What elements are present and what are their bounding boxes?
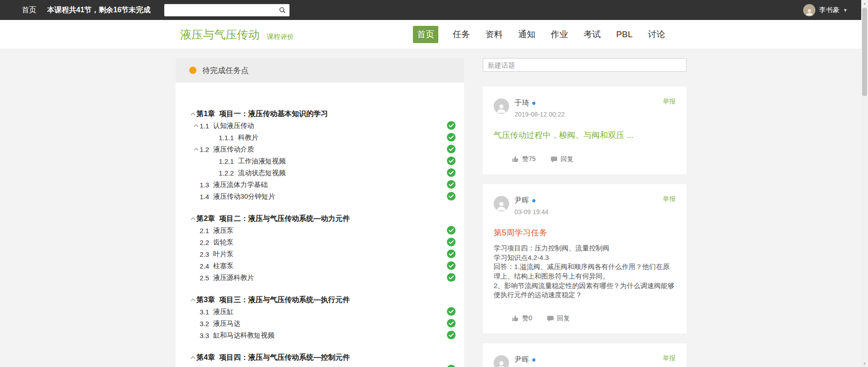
search-box xyxy=(164,4,289,16)
indent-spacer xyxy=(176,173,211,173)
tree-row[interactable] xyxy=(176,363,464,367)
scrollbar-up-arrow[interactable]: ▲ xyxy=(861,0,868,7)
nav-tab[interactable]: 作业 xyxy=(550,26,569,43)
topic-title[interactable]: 气压传动过程中，梭阀、与阀和双压 ... xyxy=(494,130,676,141)
topic-author-name: 于琦 xyxy=(515,98,529,108)
tree-row-label: 液压传动30分钟短片 xyxy=(213,192,275,201)
topbar-home-link[interactable]: 首页 xyxy=(22,5,36,15)
tasks-panel: 待完成任务点 第1章 项目一：液压传动基本知识的学习 1.1 认知液压传动 xyxy=(176,58,464,367)
nav-tab[interactable]: 通知 xyxy=(517,26,536,43)
tree-row[interactable]: 第2章 项目二：液压与气压传动系统—动力元件 xyxy=(176,213,464,225)
tree-row-num: 1.4 xyxy=(200,193,209,201)
topic-header: 于琦 2019-08-12 00:22 xyxy=(494,98,676,118)
tree-row[interactable]: 1.3 液压流体力学基础 xyxy=(176,179,464,191)
topbar: 首页 本课程共41节，剩余16节未完成 李书豪 ▼ xyxy=(0,0,861,20)
nav-tab[interactable]: 资料 xyxy=(485,26,504,43)
task-check-icon xyxy=(447,238,456,246)
course-progress-text: 本课程共41节，剩余16节未完成 xyxy=(47,5,151,15)
like-count: 赞75 xyxy=(522,155,536,163)
topic-date: 03-09 19:44 xyxy=(515,208,549,215)
topic-body-line: 回答：1.溢流阀、减压阀和顺序阀各有什么作用？他们在原理上、结构上和图形符号上有… xyxy=(494,262,676,281)
tree-row[interactable]: 2.4 柱塞泵 xyxy=(176,260,464,272)
topic-author-name: 尹晖 xyxy=(515,196,529,206)
indent-spacer xyxy=(176,149,192,150)
indent-spacer xyxy=(176,114,189,114)
task-check-icon xyxy=(447,180,456,189)
online-dot-icon xyxy=(532,199,535,202)
reply-button[interactable]: 回复 xyxy=(550,155,574,163)
topic-footer: 赞75 回复 xyxy=(494,155,676,163)
topic-report-link[interactable]: 举报 xyxy=(663,98,676,106)
topic-author-name: 尹晖 xyxy=(515,355,529,365)
search-input[interactable] xyxy=(164,4,276,16)
like-button[interactable]: 赞75 xyxy=(512,155,536,163)
nav-tab[interactable]: PBL xyxy=(615,27,633,42)
topic-body: 学习项目四：压力控制阀、流量控制阀学习知识点4.2-4.3回答：1.溢流阀、减压… xyxy=(494,244,676,300)
topic-footer: 赞0 回复 xyxy=(494,314,676,323)
tree-row[interactable]: 1.2 液压传动介质 xyxy=(176,143,464,155)
chevron-up-icon[interactable] xyxy=(189,113,196,116)
tree-row-num: 1.1.1 xyxy=(219,134,234,142)
topic-header: 尹晖 03-09 19:44 xyxy=(494,196,676,215)
indent-spacer xyxy=(176,196,192,197)
tree-row[interactable]: 1.1 认知液压传动 xyxy=(176,120,464,132)
thumbs-up-icon xyxy=(512,156,519,163)
course-eval-link[interactable]: 课程评价 xyxy=(267,33,294,41)
indent-spacer xyxy=(176,300,189,300)
scrollbar[interactable]: ▲ ▼ xyxy=(861,0,868,367)
topic-header: 尹晖 03-02 20:13 xyxy=(494,355,676,367)
reply-button[interactable]: 回复 xyxy=(547,314,570,323)
tree-row-num: 1.3 xyxy=(200,181,209,189)
task-check-icon xyxy=(447,319,456,328)
indent-spacer xyxy=(176,219,189,219)
chevron-up-icon[interactable] xyxy=(192,148,200,151)
scrollbar-down-arrow[interactable]: ▼ xyxy=(861,360,868,367)
topic-body-line: 学习项目四：压力控制阀、流量控制阀 xyxy=(494,244,676,253)
chevron-up-icon[interactable] xyxy=(189,298,196,302)
user-menu[interactable]: 李书豪 ▼ xyxy=(803,4,848,16)
new-topic-input[interactable] xyxy=(483,58,687,72)
chevron-up-icon[interactable] xyxy=(189,217,196,220)
tree-row-label: 项目一：液压传动基本知识的学习 xyxy=(219,109,328,119)
tree-row-num: 1.1 xyxy=(200,122,209,130)
tree-row[interactable]: 2.3 叶片泵 xyxy=(176,248,464,260)
topic-card: 尹晖 03-02 20:13 举报 xyxy=(483,343,687,367)
topic-report-link[interactable]: 举报 xyxy=(663,354,676,362)
scrollbar-thumb[interactable] xyxy=(862,8,867,96)
tree-row[interactable]: 3.1 液压缸 xyxy=(176,306,464,318)
indent-spacer xyxy=(176,335,192,336)
search-icon[interactable] xyxy=(276,4,289,16)
tree-row[interactable]: 1.1.1 科教片 xyxy=(176,132,464,143)
tree-row[interactable]: 1.2.2 流动状态短视频 xyxy=(176,167,464,179)
nav-tab[interactable]: 讨论 xyxy=(647,26,666,43)
like-button[interactable]: 赞0 xyxy=(512,314,532,323)
comment-icon xyxy=(547,315,554,322)
tree-row[interactable]: 第3章 项目三：液压与气压传动系统—执行元件 xyxy=(176,294,464,306)
indent-spacer xyxy=(176,266,192,266)
tree-row-num: 2.5 xyxy=(200,274,209,282)
comment-icon xyxy=(550,156,558,163)
tree-row[interactable]: 2.2 齿轮泵 xyxy=(176,236,464,248)
chevron-up-icon[interactable] xyxy=(189,356,196,359)
chevron-up-icon[interactable] xyxy=(192,124,200,127)
topic-report-link[interactable]: 举报 xyxy=(663,195,676,203)
tree-row[interactable]: 3.3 缸和马达科教短视频 xyxy=(176,329,464,341)
tree-row[interactable]: 2.5 液压源科教片 xyxy=(176,272,464,284)
tree-row[interactable]: 1.2.1 工作油液短视频 xyxy=(176,155,464,167)
nav-tab[interactable]: 任务 xyxy=(452,26,471,43)
nav-tab[interactable]: 考试 xyxy=(583,26,602,43)
topic-meta: 于琦 2019-08-12 00:22 xyxy=(515,98,565,118)
tree-row[interactable]: 第4章 项目四：液压与气压传动系统—控制元件 xyxy=(176,352,464,363)
content-area: 待完成任务点 第1章 项目一：液压传动基本知识的学习 1.1 认知液压传动 xyxy=(0,49,861,367)
tree-row-label: 工作油液短视频 xyxy=(238,157,285,166)
tree-row-num: 2.1 xyxy=(200,227,209,235)
tree-row-label: 液压缸 xyxy=(213,308,234,316)
nav-tab[interactable]: 首页 xyxy=(413,26,438,43)
topic-title[interactable]: 第5周学习任务 xyxy=(494,227,676,238)
tree-row[interactable]: 3.2 液压马达 xyxy=(176,318,464,329)
tree-row[interactable]: 第1章 项目一：液压传动基本知识的学习 xyxy=(176,108,464,120)
topic-author-avatar xyxy=(494,196,509,211)
tree-row[interactable]: 1.4 液压传动30分钟短片 xyxy=(176,191,464,202)
tree-row[interactable]: 2.1 液压泵 xyxy=(176,225,464,236)
indent-spacer xyxy=(176,185,192,185)
